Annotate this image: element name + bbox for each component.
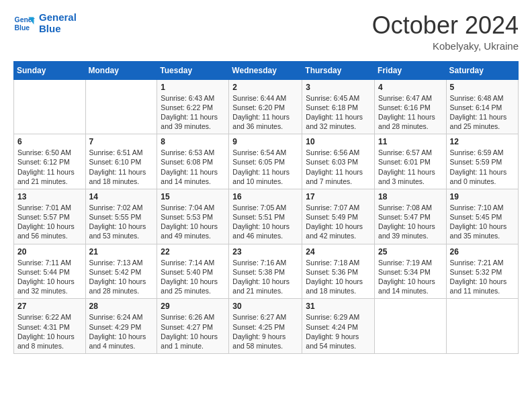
day-info: Sunrise: 7:18 AMSunset: 5:36 PMDaylight:… bbox=[306, 258, 371, 296]
day-number: 17 bbox=[306, 192, 371, 201]
day-info: Sunrise: 7:16 AMSunset: 5:38 PMDaylight:… bbox=[232, 258, 298, 296]
calendar-cell: 26Sunrise: 7:21 AMSunset: 5:32 PMDayligh… bbox=[446, 244, 518, 299]
day-info: Sunrise: 6:56 AMSunset: 6:03 PMDaylight:… bbox=[306, 148, 371, 186]
day-number: 15 bbox=[161, 192, 225, 201]
day-number: 23 bbox=[232, 247, 298, 257]
calendar-cell: 18Sunrise: 7:08 AMSunset: 5:47 PMDayligh… bbox=[375, 189, 447, 244]
day-info: Sunrise: 7:05 AMSunset: 5:51 PMDaylight:… bbox=[232, 203, 298, 241]
day-number: 25 bbox=[378, 247, 443, 257]
day-info: Sunrise: 6:22 AMSunset: 4:31 PMDaylight:… bbox=[17, 312, 82, 351]
day-number: 31 bbox=[306, 302, 371, 311]
week-row: 13Sunrise: 7:01 AMSunset: 5:57 PMDayligh… bbox=[14, 189, 519, 244]
col-header-saturday: Saturday bbox=[446, 61, 518, 79]
day-info: Sunrise: 6:27 AMSunset: 4:25 PMDaylight:… bbox=[232, 312, 298, 351]
main-title: October 2024 bbox=[372, 12, 519, 39]
calendar-cell bbox=[14, 79, 86, 134]
calendar-cell: 22Sunrise: 7:14 AMSunset: 5:40 PMDayligh… bbox=[157, 244, 229, 299]
day-info: Sunrise: 7:11 AMSunset: 5:44 PMDaylight:… bbox=[17, 258, 82, 296]
week-row: 20Sunrise: 7:11 AMSunset: 5:44 PMDayligh… bbox=[14, 244, 519, 299]
col-header-tuesday: Tuesday bbox=[157, 61, 229, 79]
calendar-cell bbox=[446, 299, 518, 354]
day-info: Sunrise: 6:47 AMSunset: 6:16 PMDaylight:… bbox=[378, 93, 443, 132]
day-number: 19 bbox=[450, 192, 515, 201]
col-header-friday: Friday bbox=[375, 61, 447, 79]
calendar-cell: 30Sunrise: 6:27 AMSunset: 4:25 PMDayligh… bbox=[229, 299, 302, 354]
day-info: Sunrise: 7:21 AMSunset: 5:32 PMDaylight:… bbox=[450, 258, 515, 296]
day-number: 6 bbox=[17, 137, 82, 146]
calendar-cell: 6Sunrise: 6:50 AMSunset: 6:12 PMDaylight… bbox=[14, 134, 86, 189]
calendar-cell: 25Sunrise: 7:19 AMSunset: 5:34 PMDayligh… bbox=[375, 244, 447, 299]
day-info: Sunrise: 6:44 AMSunset: 6:20 PMDaylight:… bbox=[232, 93, 298, 132]
page: General Blue General Blue October 2024 K… bbox=[0, 0, 532, 411]
calendar-cell: 14Sunrise: 7:02 AMSunset: 5:55 PMDayligh… bbox=[85, 189, 157, 244]
calendar-cell: 16Sunrise: 7:05 AMSunset: 5:51 PMDayligh… bbox=[229, 189, 302, 244]
calendar-cell: 31Sunrise: 6:29 AMSunset: 4:24 PMDayligh… bbox=[302, 299, 375, 354]
day-info: Sunrise: 6:45 AMSunset: 6:18 PMDaylight:… bbox=[306, 93, 371, 132]
calendar-cell: 19Sunrise: 7:10 AMSunset: 5:45 PMDayligh… bbox=[446, 189, 518, 244]
day-info: Sunrise: 7:04 AMSunset: 5:53 PMDaylight:… bbox=[161, 203, 225, 241]
col-header-monday: Monday bbox=[85, 61, 157, 79]
calendar-body: 1Sunrise: 6:43 AMSunset: 6:22 PMDaylight… bbox=[14, 79, 519, 353]
calendar-cell bbox=[375, 299, 447, 354]
week-row: 1Sunrise: 6:43 AMSunset: 6:22 PMDaylight… bbox=[14, 79, 519, 134]
day-info: Sunrise: 6:57 AMSunset: 6:01 PMDaylight:… bbox=[378, 148, 443, 186]
day-number: 13 bbox=[17, 192, 82, 201]
day-number: 29 bbox=[161, 302, 225, 311]
day-number: 2 bbox=[232, 83, 298, 92]
day-info: Sunrise: 7:01 AMSunset: 5:57 PMDaylight:… bbox=[17, 203, 82, 241]
header: General Blue General Blue October 2024 K… bbox=[13, 12, 519, 52]
calendar-cell: 13Sunrise: 7:01 AMSunset: 5:57 PMDayligh… bbox=[14, 189, 86, 244]
calendar-cell: 24Sunrise: 7:18 AMSunset: 5:36 PMDayligh… bbox=[302, 244, 375, 299]
col-header-sunday: Sunday bbox=[14, 61, 86, 79]
day-number: 20 bbox=[17, 247, 82, 257]
day-number: 22 bbox=[161, 247, 225, 257]
day-info: Sunrise: 7:08 AMSunset: 5:47 PMDaylight:… bbox=[378, 203, 443, 241]
calendar-cell: 10Sunrise: 6:56 AMSunset: 6:03 PMDayligh… bbox=[302, 134, 375, 189]
col-header-thursday: Thursday bbox=[302, 61, 375, 79]
day-number: 18 bbox=[378, 192, 443, 201]
day-number: 4 bbox=[378, 83, 443, 92]
day-info: Sunrise: 6:26 AMSunset: 4:27 PMDaylight:… bbox=[161, 312, 225, 351]
logo-line1: General bbox=[39, 12, 77, 24]
day-info: Sunrise: 6:59 AMSunset: 5:59 PMDaylight:… bbox=[450, 148, 515, 186]
week-row: 27Sunrise: 6:22 AMSunset: 4:31 PMDayligh… bbox=[14, 299, 519, 354]
day-info: Sunrise: 7:14 AMSunset: 5:40 PMDaylight:… bbox=[161, 258, 225, 296]
calendar-cell: 8Sunrise: 6:53 AMSunset: 6:08 PMDaylight… bbox=[157, 134, 229, 189]
calendar-cell: 3Sunrise: 6:45 AMSunset: 6:18 PMDaylight… bbox=[302, 79, 375, 134]
day-info: Sunrise: 7:13 AMSunset: 5:42 PMDaylight:… bbox=[89, 258, 154, 296]
title-block: October 2024 Kobelyaky, Ukraine bbox=[372, 12, 519, 52]
day-info: Sunrise: 7:19 AMSunset: 5:34 PMDaylight:… bbox=[378, 258, 443, 296]
logo-line2: Blue bbox=[39, 24, 77, 35]
day-number: 14 bbox=[89, 192, 154, 201]
logo: General Blue General Blue bbox=[13, 12, 77, 34]
week-row: 6Sunrise: 6:50 AMSunset: 6:12 PMDaylight… bbox=[14, 134, 519, 189]
day-info: Sunrise: 6:24 AMSunset: 4:29 PMDaylight:… bbox=[89, 312, 154, 351]
day-info: Sunrise: 6:48 AMSunset: 6:14 PMDaylight:… bbox=[450, 93, 515, 132]
day-info: Sunrise: 7:10 AMSunset: 5:45 PMDaylight:… bbox=[450, 203, 515, 241]
calendar-cell bbox=[85, 79, 157, 134]
day-number: 5 bbox=[450, 83, 515, 92]
day-number: 12 bbox=[450, 137, 515, 146]
day-number: 28 bbox=[89, 302, 154, 311]
day-number: 8 bbox=[161, 137, 225, 146]
day-info: Sunrise: 6:51 AMSunset: 6:10 PMDaylight:… bbox=[89, 148, 154, 186]
day-number: 11 bbox=[378, 137, 443, 146]
calendar-cell: 29Sunrise: 6:26 AMSunset: 4:27 PMDayligh… bbox=[157, 299, 229, 354]
day-info: Sunrise: 6:29 AMSunset: 4:24 PMDaylight:… bbox=[306, 312, 371, 351]
calendar-cell: 11Sunrise: 6:57 AMSunset: 6:01 PMDayligh… bbox=[375, 134, 447, 189]
calendar-cell: 20Sunrise: 7:11 AMSunset: 5:44 PMDayligh… bbox=[14, 244, 86, 299]
day-number: 9 bbox=[232, 137, 298, 146]
logo-icon: General Blue bbox=[13, 13, 35, 34]
day-info: Sunrise: 6:54 AMSunset: 6:05 PMDaylight:… bbox=[232, 148, 298, 186]
day-number: 27 bbox=[17, 302, 82, 311]
calendar-header: SundayMondayTuesdayWednesdayThursdayFrid… bbox=[14, 61, 519, 79]
day-info: Sunrise: 6:43 AMSunset: 6:22 PMDaylight:… bbox=[161, 93, 225, 132]
calendar-cell: 9Sunrise: 6:54 AMSunset: 6:05 PMDaylight… bbox=[229, 134, 302, 189]
calendar-cell: 1Sunrise: 6:43 AMSunset: 6:22 PMDaylight… bbox=[157, 79, 229, 134]
subtitle: Kobelyaky, Ukraine bbox=[372, 40, 519, 52]
calendar-cell: 12Sunrise: 6:59 AMSunset: 5:59 PMDayligh… bbox=[446, 134, 518, 189]
calendar-cell: 2Sunrise: 6:44 AMSunset: 6:20 PMDaylight… bbox=[229, 79, 302, 134]
day-number: 1 bbox=[161, 83, 225, 92]
calendar-cell: 27Sunrise: 6:22 AMSunset: 4:31 PMDayligh… bbox=[14, 299, 86, 354]
day-info: Sunrise: 7:02 AMSunset: 5:55 PMDaylight:… bbox=[89, 203, 154, 241]
